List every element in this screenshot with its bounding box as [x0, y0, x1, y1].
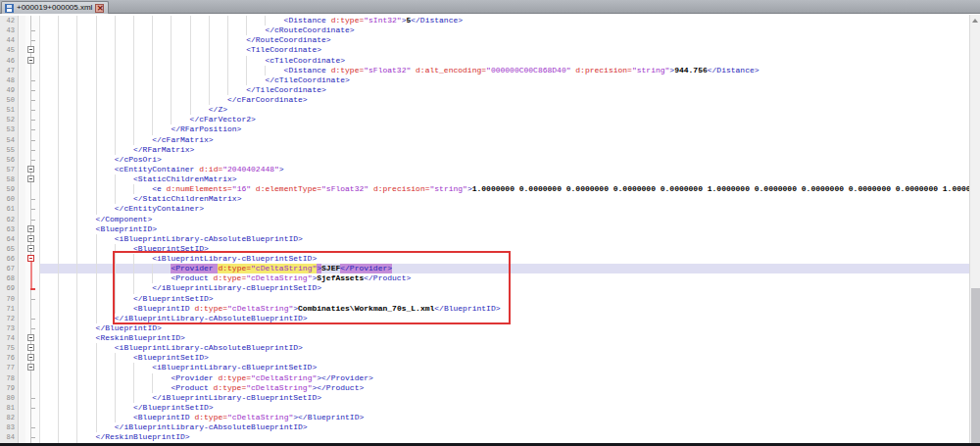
code-line-52[interactable]: 52</cFarVector2> — [0, 115, 980, 124]
fold-collapse-icon[interactable] — [27, 175, 34, 182]
code-line-59[interactable]: 59<e d:numElements="16" d:elementType="s… — [0, 184, 980, 194]
fold-margin[interactable] — [25, 56, 39, 66]
code-content[interactable]: <Distance d:type="sInt32">5</Distance> — [39, 16, 980, 25]
code-line-49[interactable]: 49</TileCoordinate> — [0, 85, 980, 95]
tab-xml-file[interactable]: +000019+000005.xml × — [1, 1, 109, 14]
code-content[interactable]: </RouteCoordinate> — [39, 35, 980, 45]
fold-margin[interactable] — [25, 413, 39, 422]
code-content[interactable]: </ReskinBlueprintID> — [39, 432, 980, 442]
code-line-56[interactable]: 56</cPosOri> — [0, 155, 980, 165]
code-line-66[interactable]: 66<iBlueprintLibrary-cBlueprintSetID> — [0, 254, 980, 264]
code-line-76[interactable]: 76<BlueprintSetID> — [0, 353, 980, 363]
code-content[interactable]: </RFarMatrix> — [39, 145, 980, 155]
code-content[interactable]: </cTileCoordinate> — [39, 75, 980, 85]
fold-margin[interactable] — [25, 323, 39, 333]
fold-margin[interactable] — [25, 224, 39, 234]
fold-margin[interactable] — [25, 353, 39, 363]
code-line-81[interactable]: 81</BlueprintSetID> — [0, 403, 980, 413]
code-content[interactable]: <BlueprintID d:type="cDeltaString">Combi… — [39, 304, 980, 314]
fold-margin[interactable] — [25, 165, 39, 174]
code-line-83[interactable]: 83</iBlueprintLibrary-cAbsoluteBlueprint… — [0, 422, 980, 432]
fold-margin[interactable] — [25, 145, 39, 155]
fold-margin[interactable] — [25, 174, 39, 184]
fold-margin[interactable] — [25, 283, 39, 293]
code-content[interactable]: <Product d:type="cDeltaString">SjefAsset… — [39, 273, 980, 283]
fold-margin[interactable] — [25, 383, 39, 393]
fold-margin[interactable] — [25, 363, 39, 372]
code-content[interactable]: </BlueprintSetID> — [39, 403, 980, 413]
code-line-47[interactable]: 47<Distance d:type="sFloat32" d:alt_enco… — [0, 66, 980, 75]
code-content[interactable]: <cTileCoordinate> — [39, 56, 980, 66]
fold-collapse-icon[interactable] — [27, 334, 34, 341]
fold-margin[interactable] — [25, 333, 39, 343]
code-content[interactable]: </cRouteCoordinate> — [39, 25, 980, 35]
editor-text-area[interactable]: 42<Distance d:type="sInt32">5</Distance>… — [0, 15, 980, 446]
code-content[interactable]: </BlueprintID> — [39, 323, 980, 333]
code-content[interactable]: </iBlueprintLibrary-cAbsoluteBlueprintID… — [39, 422, 980, 432]
fold-margin[interactable] — [25, 115, 39, 124]
fold-margin[interactable] — [25, 75, 39, 85]
code-content[interactable]: <cEntityContainer d:id="2040402448"> — [39, 165, 980, 174]
fold-margin[interactable] — [25, 35, 39, 45]
code-line-73[interactable]: 73</BlueprintID> — [0, 323, 980, 333]
code-line-57[interactable]: 57<cEntityContainer d:id="2040402448"> — [0, 165, 980, 174]
fold-collapse-icon[interactable] — [27, 46, 34, 53]
code-content[interactable]: </RFarPosition> — [39, 124, 980, 134]
code-line-46[interactable]: 46<cTileCoordinate> — [0, 56, 980, 66]
code-line-77[interactable]: 77<iBlueprintLibrary-cBlueprintSetID> — [0, 363, 980, 372]
code-line-50[interactable]: 50</cFarCoordinate> — [0, 95, 980, 105]
code-line-48[interactable]: 48</cTileCoordinate> — [0, 75, 980, 85]
code-content[interactable]: </TileCoordinate> — [39, 85, 980, 95]
code-line-79[interactable]: 79<Product d:type="cDeltaString"></Produ… — [0, 383, 980, 393]
fold-collapse-icon[interactable] — [27, 57, 34, 64]
code-line-67[interactable]: 67<Provider d:type="cDeltaString">SJEF</… — [0, 264, 980, 273]
code-content[interactable]: </cEntityContainer> — [39, 204, 980, 214]
fold-collapse-icon[interactable] — [27, 344, 34, 351]
code-content[interactable]: <e d:numElements="16" d:elementType="sFl… — [39, 184, 980, 194]
code-content[interactable]: <iBlueprintLibrary-cAbsoluteBlueprintID> — [39, 234, 980, 244]
code-line-65[interactable]: 65<BlueprintSetID> — [0, 244, 980, 254]
fold-margin[interactable] — [25, 85, 39, 95]
fold-margin[interactable] — [25, 105, 39, 115]
code-line-64[interactable]: 64<iBlueprintLibrary-cAbsoluteBlueprintI… — [0, 234, 980, 244]
fold-margin[interactable] — [25, 432, 39, 442]
fold-margin[interactable] — [25, 393, 39, 403]
code-content[interactable]: <StaticChildrenMatrix> — [39, 174, 980, 184]
code-line-78[interactable]: 78<Provider d:type="cDeltaString"></Prov… — [0, 373, 980, 383]
code-content[interactable]: </iBlueprintLibrary-cBlueprintSetID> — [39, 393, 980, 403]
code-line-54[interactable]: 54</cFarMatrix> — [0, 135, 980, 145]
code-content[interactable]: <BlueprintID d:type="cDeltaString"></Blu… — [39, 413, 980, 422]
fold-margin[interactable] — [25, 422, 39, 432]
fold-margin[interactable] — [25, 204, 39, 214]
code-content[interactable]: </StaticChildrenMatrix> — [39, 194, 980, 204]
fold-margin[interactable] — [25, 194, 39, 204]
code-line-45[interactable]: 45<TileCoordinate> — [0, 45, 980, 55]
fold-margin[interactable] — [25, 254, 39, 264]
code-line-80[interactable]: 80</iBlueprintLibrary-cBlueprintSetID> — [0, 393, 980, 403]
code-content[interactable]: <BlueprintID> — [39, 224, 980, 234]
vertical-scrollbar[interactable] — [969, 15, 980, 446]
code-line-72[interactable]: 72</iBlueprintLibrary-cAbsoluteBlueprint… — [0, 314, 980, 323]
code-content[interactable]: <Provider d:type="cDeltaString">SJEF</Pr… — [39, 264, 980, 273]
fold-collapse-icon[interactable] — [27, 166, 34, 173]
fold-margin[interactable] — [25, 234, 39, 244]
fold-margin[interactable] — [25, 343, 39, 353]
code-line-75[interactable]: 75<iBlueprintLibrary-cAbsoluteBlueprintI… — [0, 343, 980, 353]
code-line-63[interactable]: 63<BlueprintID> — [0, 224, 980, 234]
fold-margin[interactable] — [25, 373, 39, 383]
code-line-58[interactable]: 58<StaticChildrenMatrix> — [0, 174, 980, 184]
code-content[interactable]: </cPosOri> — [39, 155, 980, 165]
code-content[interactable]: <Provider d:type="cDeltaString"></Provid… — [39, 373, 980, 383]
fold-margin[interactable] — [25, 294, 39, 304]
fold-collapse-icon[interactable] — [27, 235, 34, 242]
code-line-55[interactable]: 55</RFarMatrix> — [0, 145, 980, 155]
fold-margin[interactable] — [25, 244, 39, 254]
code-line-74[interactable]: 74<ReskinBlueprintID> — [0, 333, 980, 343]
code-line-44[interactable]: 44</RouteCoordinate> — [0, 35, 980, 45]
fold-margin[interactable] — [25, 273, 39, 283]
code-line-68[interactable]: 68<Product d:type="cDeltaString">SjefAss… — [0, 273, 980, 283]
fold-collapse-icon[interactable] — [27, 225, 34, 232]
code-content[interactable]: <BlueprintSetID> — [39, 244, 980, 254]
code-content[interactable]: <iBlueprintLibrary-cBlueprintSetID> — [39, 363, 980, 372]
fold-margin[interactable] — [25, 403, 39, 413]
